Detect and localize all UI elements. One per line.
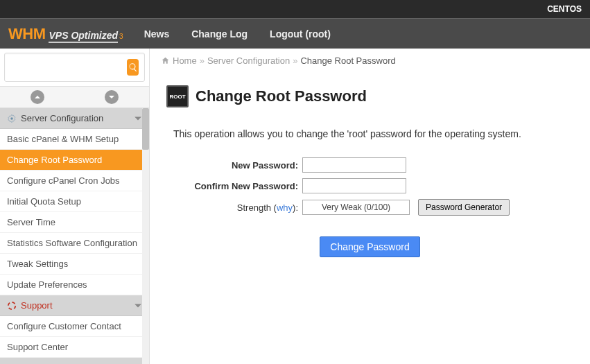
sidebar-item-change-root-password[interactable]: Change Root Password	[0, 150, 149, 171]
why-link[interactable]: why	[277, 202, 293, 213]
breadcrumb: Home » Server Configuration » Change Roo…	[150, 49, 590, 73]
main-content: Home » Server Configuration » Change Roo…	[150, 49, 590, 364]
arrow-down-button[interactable]	[75, 87, 150, 107]
sidebar-item-update-prefs[interactable]: Update Preferences	[0, 275, 149, 295]
sidebar-item-server-time[interactable]: Server Time	[0, 212, 149, 233]
logo-suffix: 3	[119, 33, 123, 40]
nav-arrows	[0, 86, 149, 108]
root-icon: ROOT	[166, 85, 189, 107]
svg-point-1	[8, 302, 16, 309]
sidebar-item-stats-config[interactable]: Statistics Software Configuration	[0, 233, 149, 254]
section-title: Server Configuration	[21, 113, 103, 123]
search-input[interactable]	[10, 60, 127, 75]
new-password-label: New Password:	[166, 160, 298, 171]
search-box	[4, 53, 145, 82]
search-button[interactable]	[127, 59, 139, 76]
arrow-up-button[interactable]	[0, 87, 75, 107]
section-head-support[interactable]: Support	[0, 295, 149, 316]
sidebar: Server Configuration Basic cPanel & WHM …	[0, 49, 150, 364]
os-label: CENTOS	[547, 4, 582, 14]
section-head-networking[interactable]: Networking Setup	[0, 358, 149, 364]
sidebar-item-basic-setup[interactable]: Basic cPanel & WHM Setup	[0, 129, 149, 150]
gear-icon	[7, 114, 17, 123]
breadcrumb-sep: »	[200, 55, 205, 66]
chevron-up-icon	[34, 94, 41, 101]
chevron-down-icon	[108, 94, 115, 101]
os-topbar: CENTOS	[0, 0, 590, 18]
home-icon	[161, 56, 170, 65]
breadcrumb-server-config[interactable]: Server Configuration	[207, 55, 290, 66]
main-navbar: WHM VPS Optimized 3 News Change Log Logo…	[0, 18, 590, 49]
page-description: This operation allows you to change the …	[173, 128, 573, 139]
new-password-input[interactable]	[302, 157, 406, 173]
password-generator-button[interactable]: Password Generator	[418, 199, 510, 216]
logo: WHM VPS Optimized 3	[8, 25, 123, 43]
password-form: New Password: Confirm New Password: Stre…	[166, 157, 573, 257]
sidebar-item-cron-jobs[interactable]: Configure cPanel Cron Jobs	[0, 171, 149, 191]
breadcrumb-sep: »	[293, 55, 297, 66]
sidebar-item-tweak-settings[interactable]: Tweak Settings	[0, 254, 149, 275]
breadcrumb-home[interactable]: Home	[173, 55, 197, 66]
chevron-down-icon	[134, 114, 142, 123]
sidebar-scrollbar[interactable]	[142, 108, 149, 364]
strength-meter: Very Weak (0/100)	[302, 200, 410, 215]
search-icon	[128, 62, 138, 72]
breadcrumb-current: Change Root Password	[300, 55, 395, 66]
chevron-down-icon	[134, 302, 142, 310]
section-title: Support	[21, 300, 53, 311]
sidebar-item-customer-contact[interactable]: Configure Customer Contact	[0, 316, 149, 337]
sidebar-item-support-center[interactable]: Support Center	[0, 337, 149, 358]
page-heading: ROOT Change Root Password	[166, 85, 573, 107]
confirm-password-input[interactable]	[302, 178, 406, 193]
svg-point-0	[10, 117, 13, 120]
confirm-password-label: Confirm New Password:	[166, 181, 298, 191]
nav-changelog[interactable]: Change Log	[191, 28, 248, 40]
sidebar-item-initial-quota[interactable]: Initial Quota Setup	[0, 191, 149, 212]
nav-logout[interactable]: Logout (root)	[270, 28, 331, 40]
page-title: Change Root Password	[196, 87, 367, 105]
nav-news[interactable]: News	[144, 28, 170, 40]
logo-whm-text: WHM	[8, 25, 45, 43]
support-icon	[7, 301, 17, 311]
logo-vps-text: VPS Optimized	[49, 30, 118, 43]
section-head-server-config[interactable]: Server Configuration	[0, 108, 149, 129]
change-password-button[interactable]: Change Password	[320, 236, 419, 257]
strength-label: Strength (why):	[166, 202, 298, 213]
